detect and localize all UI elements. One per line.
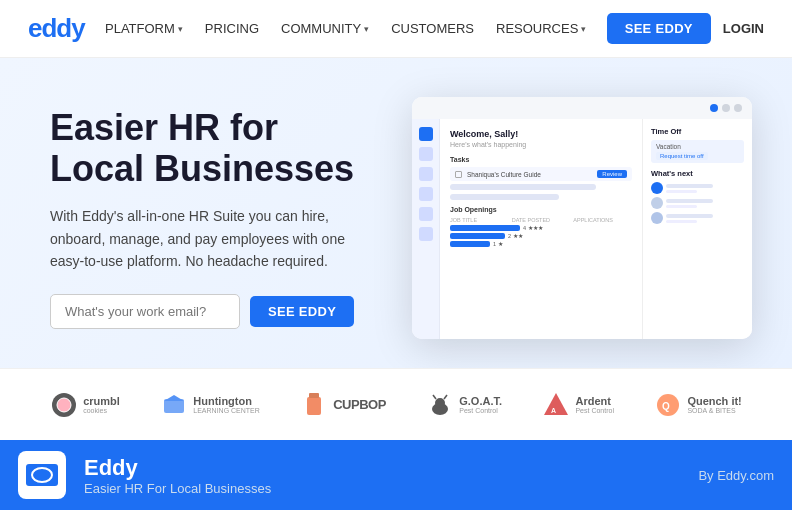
svg-rect-2: [164, 399, 184, 413]
job-stat: 1 ★: [493, 241, 503, 247]
sidebar-item: [419, 207, 433, 221]
svg-rect-4: [307, 397, 321, 415]
logo-cupbop: CUPBOP: [300, 391, 386, 419]
svg-line-8: [433, 395, 436, 399]
hero-description: With Eddy's all-in-one HR Suite you can …: [50, 205, 360, 272]
task-text: Shaniqua's Culture Guide: [467, 171, 592, 178]
logo-text: eddy: [28, 13, 85, 44]
name-line-2: [666, 205, 697, 208]
bottom-bar: Eddy Easier HR For Local Businesses By E…: [0, 440, 792, 510]
name-line: [666, 199, 713, 203]
sidebar-item: [419, 147, 433, 161]
cupbop-icon: [300, 391, 328, 419]
logo-crumbl: crumblcookies: [50, 391, 120, 419]
employee-name: [666, 184, 744, 193]
svg-text:Q: Q: [662, 401, 670, 412]
bottom-text-group: Eddy Easier HR For Local Businesses: [84, 455, 680, 496]
name-line-2: [666, 220, 697, 223]
svg-marker-3: [164, 395, 184, 401]
col-title: JOB TITLE: [450, 217, 509, 223]
request-time-off-button[interactable]: Request time off: [656, 152, 708, 160]
nav-actions: SEE EDDY LOGIN: [607, 13, 764, 44]
job-stat: 2 ★★: [508, 233, 523, 239]
employee-row: [651, 197, 744, 209]
crumbl-icon: [50, 391, 78, 419]
logos-bar: crumblcookies HuntingtonLEARNING CENTER …: [0, 368, 792, 440]
svg-rect-5: [309, 393, 319, 398]
avatar: [651, 212, 663, 224]
logo-ardent: A ArdentPest Control: [542, 391, 614, 419]
job-stat: 4 ★★★: [523, 225, 543, 231]
goat-label: G.O.A.T.Pest Control: [459, 395, 502, 414]
time-off-title: Time Off: [651, 127, 744, 136]
nav-login-button[interactable]: LOGIN: [723, 21, 764, 36]
dashboard-mockup: Welcome, Sally! Here's what's happening …: [412, 97, 752, 339]
app-icon: [26, 464, 58, 486]
employee-row: [651, 182, 744, 194]
nav-resources[interactable]: RESOURCES ▾: [496, 21, 586, 36]
whats-next-title: What's next: [651, 169, 744, 178]
crumbl-label: crumblcookies: [83, 395, 120, 414]
job-bar: [450, 233, 505, 239]
goat-sub: Pest Control: [459, 407, 502, 414]
nav-links: PLATFORM ▾ PRICING COMMUNITY ▾ CUSTOMERS…: [105, 21, 586, 36]
chevron-down-icon: ▾: [364, 24, 369, 34]
dashboard-body: Welcome, Sally! Here's what's happening …: [412, 119, 752, 339]
task-row: Shaniqua's Culture Guide Review: [450, 167, 632, 181]
col-apps: APPLICATIONS: [573, 217, 632, 223]
huntington-icon: [160, 391, 188, 419]
sidebar-item: [419, 167, 433, 181]
col-date: DATE POSTED: [512, 217, 571, 223]
ardent-sub: Pest Control: [575, 407, 614, 414]
sidebar-item: [419, 127, 433, 141]
email-input[interactable]: [50, 294, 240, 329]
task-checkbox: [455, 171, 462, 178]
sidebar-item: [419, 227, 433, 241]
hero-form: SEE EDDY: [50, 294, 410, 329]
topbar-dot: [710, 104, 718, 112]
hero-left: Easier HR forLocal Businesses With Eddy'…: [50, 107, 410, 330]
employee-name: [666, 199, 744, 208]
job-row: 4 ★★★: [450, 225, 632, 231]
topbar-dot: [722, 104, 730, 112]
job-row: 2 ★★: [450, 233, 632, 239]
job-openings-title: Job Openings: [450, 206, 632, 213]
svg-text:A: A: [551, 407, 556, 414]
job-col-headers: JOB TITLE DATE POSTED APPLICATIONS: [450, 217, 632, 223]
logo-quench: Q Quench it!SODA & BITES: [654, 391, 741, 419]
nav-community[interactable]: COMMUNITY ▾: [281, 21, 369, 36]
name-line: [666, 214, 713, 218]
hero-title: Easier HR forLocal Businesses: [50, 107, 410, 190]
dashboard-sub: Here's what's happening: [450, 141, 632, 148]
nav-pricing[interactable]: PRICING: [205, 21, 259, 36]
employee-row: [651, 212, 744, 224]
navigation: eddy PLATFORM ▾ PRICING COMMUNITY ▾ CUST…: [0, 0, 792, 58]
huntington-label: HuntingtonLEARNING CENTER: [193, 395, 260, 414]
logo[interactable]: eddy: [28, 13, 85, 44]
topbar-dot: [734, 104, 742, 112]
nav-customers[interactable]: CUSTOMERS: [391, 21, 474, 36]
svg-point-1: [57, 398, 71, 412]
placeholder-bar: [450, 184, 596, 190]
name-line-2: [666, 190, 697, 193]
quench-icon: Q: [654, 391, 682, 419]
crumbl-sub: cookies: [83, 407, 120, 414]
bottom-tagline: Easier HR For Local Businesses: [84, 481, 680, 496]
goat-icon: [426, 391, 454, 419]
avatar: [651, 182, 663, 194]
hero-see-eddy-button[interactable]: SEE EDDY: [250, 296, 354, 327]
vacation-block: Vacation Request time off: [651, 140, 744, 163]
nav-platform[interactable]: PLATFORM ▾: [105, 21, 183, 36]
chevron-down-icon: ▾: [178, 24, 183, 34]
huntington-sub: LEARNING CENTER: [193, 407, 260, 414]
ardent-label: ArdentPest Control: [575, 395, 614, 414]
job-row: 1 ★: [450, 241, 632, 247]
svg-line-9: [444, 395, 447, 399]
bottom-app-name: Eddy: [84, 455, 680, 481]
dashboard-right-panel: Time Off Vacation Request time off What'…: [642, 119, 752, 339]
task-review-button[interactable]: Review: [597, 170, 627, 178]
bottom-by: By Eddy.com: [698, 468, 774, 483]
dashboard-topbar: [412, 97, 752, 119]
svg-point-7: [435, 398, 445, 408]
nav-see-eddy-button[interactable]: SEE EDDY: [607, 13, 711, 44]
